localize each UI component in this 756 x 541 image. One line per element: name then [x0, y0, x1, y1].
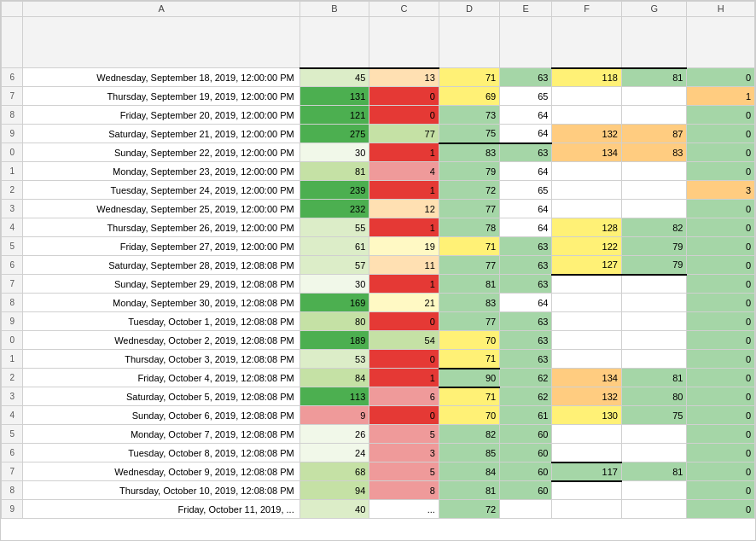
systolic-bp-cell: 128 — [552, 218, 622, 237]
active-minutes-cell: 30 — [299, 143, 369, 162]
sleep-score-cell: 78 — [439, 218, 499, 237]
col-letter-f[interactable]: F — [552, 2, 622, 17]
col-letter-e[interactable]: E — [500, 2, 552, 17]
sleep-score-cell: 73 — [439, 106, 499, 125]
cardio-mins-cell: ... — [369, 500, 439, 519]
row-number: 7 — [2, 462, 23, 481]
row-number: 5 — [2, 237, 23, 256]
sleep-score-cell: 77 — [439, 200, 499, 218]
table-row: 5Friday, September 27, 2019, 12:00:00 PM… — [2, 237, 755, 256]
row-number: 7 — [2, 87, 23, 106]
cardio-mins-cell: 5 — [369, 425, 439, 444]
cardio-mins-cell: 0 — [369, 87, 439, 106]
cardio-mins-cell: 1 — [369, 181, 439, 200]
sleep-score-cell: 71 — [439, 350, 499, 369]
date-cell: Tuesday, October 8, 2019, 12:08:08 PM — [23, 444, 299, 462]
systolic-bp-cell — [552, 181, 622, 200]
row-number: 9 — [2, 500, 23, 519]
sleep-score-cell: 69 — [439, 87, 499, 106]
rhr-cell: 60 — [500, 444, 552, 462]
diastolic-bp-cell: 79 — [621, 256, 686, 275]
row-number: 8 — [2, 106, 23, 125]
table-row: 7Sunday, September 29, 2019, 12:08:08 PM… — [2, 275, 755, 294]
date-cell: Saturday, October 5, 2019, 12:08:08 PM — [23, 387, 299, 406]
row-number: 8 — [2, 294, 23, 312]
cardio-mins-cell: 5 — [369, 462, 439, 481]
date-cell: Friday, September 27, 2019, 12:00:00 PM — [23, 237, 299, 256]
row-number: 6 — [2, 256, 23, 275]
date-cell: Monday, September 23, 2019, 12:00:00 PM — [23, 162, 299, 181]
diastolic-bp-cell: 82 — [621, 218, 686, 237]
rhr-cell: 64 — [500, 162, 552, 181]
rhr-cell: 60 — [500, 462, 552, 481]
active-minutes-cell: 45 — [299, 68, 369, 87]
row-number: 9 — [2, 125, 23, 143]
row-number: 4 — [2, 406, 23, 425]
sleep-score-cell: 75 — [439, 125, 499, 143]
rhr-cell: 63 — [500, 331, 552, 350]
col-letter-h[interactable]: H — [687, 2, 755, 17]
col-letter-b[interactable]: B — [299, 2, 369, 17]
col-letter-a[interactable]: A — [23, 2, 299, 17]
diastolic-bp-cell — [621, 181, 686, 200]
systolic-bp-cell: 132 — [552, 387, 622, 406]
sleep-score-cell: 77 — [439, 256, 499, 275]
table-row: 6Wednesday, September 18, 2019, 12:00:00… — [2, 68, 755, 87]
row-num-header — [2, 17, 23, 68]
date-cell: Wednesday, September 18, 2019, 12:00:00 … — [23, 68, 299, 87]
date-cell: Friday, September 20, 2019, 12:00:00 PM — [23, 106, 299, 125]
sleep-score-cell: 83 — [439, 143, 499, 162]
cardio-mins-cell: 3 — [369, 444, 439, 462]
table-row: 9Saturday, September 21, 2019, 12:00:00 … — [2, 125, 755, 143]
sleep-score-cell: 71 — [439, 387, 499, 406]
diastolic-bp-cell — [621, 425, 686, 444]
date-cell: Wednesday, October 2, 2019, 12:08:08 PM — [23, 331, 299, 350]
date-cell: Thursday, October 10, 2019, 12:08:08 PM — [23, 481, 299, 500]
table-row: 6Saturday, September 28, 2019, 12:08:08 … — [2, 256, 755, 275]
rhr-cell: 64 — [500, 106, 552, 125]
row-number: 5 — [2, 425, 23, 444]
rhr-cell: 65 — [500, 181, 552, 200]
alcohol-units-cell: 0 — [687, 500, 755, 519]
systolic-bp-cell: 122 — [552, 237, 622, 256]
active-minutes-cell: 275 — [299, 125, 369, 143]
row-number: 0 — [2, 143, 23, 162]
data-table-body: 6Wednesday, September 18, 2019, 12:00:00… — [2, 68, 755, 519]
active-minutes-cell: 131 — [299, 87, 369, 106]
active-minutes-cell: 55 — [299, 218, 369, 237]
rhr-cell: 61 — [500, 406, 552, 425]
table-row: 9Tuesday, October 1, 2019, 12:08:08 PM80… — [2, 312, 755, 331]
cardio-mins-cell: 11 — [369, 256, 439, 275]
rhr-cell: 64 — [500, 200, 552, 218]
date-cell: Thursday, October 3, 2019, 12:08:08 PM — [23, 350, 299, 369]
table-row: 0Wednesday, October 2, 2019, 12:08:08 PM… — [2, 331, 755, 350]
header-col-e — [500, 17, 552, 68]
table-row: 9Friday, October 11, 2019, ...40...720 — [2, 500, 755, 519]
col-letter-d[interactable]: D — [439, 2, 499, 17]
alcohol-units-cell: 0 — [687, 425, 755, 444]
table-row: 2Tuesday, September 24, 2019, 12:00:00 P… — [2, 181, 755, 200]
table-row: 4Sunday, October 6, 2019, 12:08:08 PM907… — [2, 406, 755, 425]
table-row: 8Friday, September 20, 2019, 12:00:00 PM… — [2, 106, 755, 125]
alcohol-units-cell: 3 — [687, 181, 755, 200]
active-minutes-cell: 81 — [299, 162, 369, 181]
cardio-mins-cell: 1 — [369, 143, 439, 162]
alcohol-units-cell: 0 — [687, 106, 755, 125]
col-letter-g[interactable]: G — [621, 2, 686, 17]
sleep-score-cell: 90 — [439, 369, 499, 387]
col-letter-c[interactable]: C — [369, 2, 439, 17]
active-minutes-cell: 9 — [299, 406, 369, 425]
diastolic-bp-cell: 81 — [621, 462, 686, 481]
row-number: 4 — [2, 218, 23, 237]
systolic-bp-cell: 132 — [552, 125, 622, 143]
systolic-bp-cell: 130 — [552, 406, 622, 425]
sleep-score-cell: 82 — [439, 425, 499, 444]
active-minutes-cell: 30 — [299, 275, 369, 294]
spreadsheet: A B C D E F G H 6Wednesday, — [0, 0, 756, 541]
alcohol-units-cell: 0 — [687, 162, 755, 181]
row-number: 1 — [2, 162, 23, 181]
systolic-bp-cell — [552, 312, 622, 331]
date-cell: Sunday, September 29, 2019, 12:08:08 PM — [23, 275, 299, 294]
table-row: 0Sunday, September 22, 2019, 12:00:00 PM… — [2, 143, 755, 162]
systolic-bp-cell — [552, 275, 622, 294]
